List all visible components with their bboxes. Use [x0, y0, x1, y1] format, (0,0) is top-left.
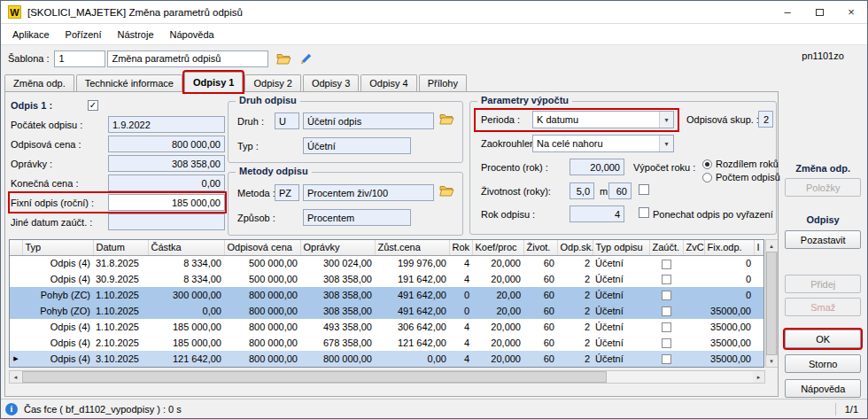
- storno-button[interactable]: Storno: [785, 354, 861, 373]
- radio-rozdilem-roku[interactable]: Rozdílem roků: [702, 159, 779, 169]
- zauct-checkbox[interactable]: [662, 322, 671, 332]
- cell-opravky: 800 000,00: [300, 351, 375, 367]
- cell-rok: 4: [449, 271, 472, 287]
- table-row[interactable]: Odpis (4)1.10.2025185 000,00800 000,0049…: [10, 319, 763, 335]
- zivotnost-field[interactable]: 5,0: [570, 182, 594, 199]
- menu-napoveda[interactable]: Nápověda: [162, 26, 222, 43]
- tab-odpisy-2[interactable]: Odpisy 2: [244, 74, 300, 91]
- column-header-fix_odp[interactable]: Fix.odp.: [704, 240, 754, 255]
- close-button[interactable]: ×: [835, 1, 867, 23]
- rok-odpisu-field[interactable]: 4: [570, 206, 624, 222]
- menu-porizeni[interactable]: Pořízení: [58, 26, 110, 43]
- druh-code-field[interactable]: U: [275, 113, 299, 129]
- column-header-koef[interactable]: Koef/proc: [472, 240, 523, 255]
- cell-odpisova_cena: 800 000,00: [224, 351, 300, 367]
- odpisova-skup-field[interactable]: 2: [758, 111, 773, 128]
- chevron-down-icon[interactable]: ▾: [659, 112, 673, 128]
- zauct-checkbox[interactable]: [662, 338, 671, 348]
- tab-prilohy[interactable]: Přílohy: [419, 74, 467, 91]
- polozky-button[interactable]: Položky: [785, 178, 861, 197]
- zaokrouhleni-combobox[interactable]: Na celé nahoru ▾: [532, 135, 674, 152]
- vertical-scrollbar[interactable]: ▴ ▾: [765, 239, 778, 368]
- metoda-folder-icon[interactable]: [439, 185, 454, 198]
- scroll-right-icon[interactable]: ▸: [753, 371, 764, 383]
- zivotnost-months-field[interactable]: 60: [608, 182, 632, 199]
- minimize-button[interactable]: –: [771, 1, 803, 23]
- jine-datum-field[interactable]: [108, 213, 225, 230]
- table-row[interactable]: Odpis (4)30.9.20258 334,00500 000,00308 …: [10, 271, 763, 287]
- radio-button-off[interactable]: [702, 173, 712, 182]
- odpis1-checkbox[interactable]: ✓: [88, 100, 98, 111]
- sablona-name-field[interactable]: Změna parametrů odpisů: [107, 50, 268, 67]
- scroll-left-icon[interactable]: ◂: [10, 371, 21, 383]
- tab-odpisy-4[interactable]: Odpisy 4: [360, 74, 416, 91]
- konecna-cena-field[interactable]: 0,00: [108, 175, 225, 191]
- column-header-zauct[interactable]: Zaúčt.: [649, 240, 683, 255]
- odpisova-cena-field[interactable]: 800 000,00: [108, 136, 225, 152]
- horizontal-scrollbar[interactable]: ◂ ▸: [9, 370, 765, 384]
- menu-nastroje[interactable]: Nástroje: [110, 26, 162, 43]
- column-header-odp_sk[interactable]: Odp.sk.: [557, 240, 593, 255]
- pocatek-odpisu-field[interactable]: 1.9.2022: [108, 116, 225, 133]
- column-header-zivot[interactable]: Život.: [523, 240, 557, 255]
- zauct-checkbox[interactable]: [662, 260, 671, 269]
- zpusob-field[interactable]: Procentem: [303, 209, 411, 226]
- scroll-down-icon[interactable]: ▾: [766, 355, 778, 367]
- column-header-castka[interactable]: Částka: [148, 240, 224, 255]
- column-header-typ_odpisu[interactable]: Typ odpisu: [593, 240, 649, 255]
- ponechat-checkbox[interactable]: [639, 207, 649, 218]
- scroll-up-icon[interactable]: ▴: [766, 240, 778, 252]
- cell-koef: 20,000: [472, 335, 523, 351]
- cell-odp_sk: 2: [557, 271, 593, 287]
- metoda-value-field[interactable]: Procentem živ/100: [303, 184, 434, 201]
- tab-technicke-informace[interactable]: Technické informace: [76, 74, 182, 91]
- metoda-code-field[interactable]: PZ: [275, 184, 299, 201]
- table-row[interactable]: Pohyb (ZO)1.10.20250,00800 000,00308 358…: [10, 303, 763, 319]
- zauct-checkbox[interactable]: [662, 354, 671, 364]
- table-row[interactable]: Pohyb (ZC)1.10.2025300 000,00800 000,003…: [10, 287, 763, 303]
- table-row[interactable]: Odpis (4)31.8.20258 334,00500 000,00300 …: [10, 255, 763, 271]
- sablona-number-field[interactable]: 1: [54, 50, 105, 67]
- zauct-checkbox[interactable]: [662, 306, 671, 316]
- column-header-rok[interactable]: Rok: [449, 240, 472, 255]
- druh-value-field[interactable]: Účetní odpis: [303, 113, 434, 129]
- tab-odpisy-3[interactable]: Odpisy 3: [303, 74, 359, 91]
- column-header-odpisova_cena[interactable]: Odpisová cena: [224, 240, 300, 255]
- open-folder-icon[interactable]: [276, 53, 291, 65]
- tab-zmena-odp[interactable]: Změna odp.: [4, 74, 74, 91]
- tab-odpisy-1[interactable]: Odpisy 1: [184, 72, 243, 92]
- column-header-typ[interactable]: Typ: [22, 240, 93, 255]
- vscrollbar-thumb[interactable]: [766, 252, 777, 355]
- radio-button-on[interactable]: [702, 159, 712, 169]
- procento-field[interactable]: 20,000: [570, 159, 624, 175]
- column-header-last[interactable]: I: [754, 240, 763, 255]
- druh-folder-icon[interactable]: [439, 113, 454, 127]
- odpisova-skup-label: Odpisová skup. :: [686, 114, 759, 125]
- napoveda-button[interactable]: Nápověda: [785, 379, 861, 398]
- table-row[interactable]: Odpis (4)2.10.2025185 000,00800 000,0067…: [10, 335, 763, 351]
- column-header-datum[interactable]: Datum: [93, 240, 148, 255]
- hscrollbar-thumb[interactable]: [22, 371, 607, 383]
- column-header-zvc[interactable]: ZvC: [683, 240, 704, 255]
- column-header-opravky[interactable]: Oprávky: [300, 240, 375, 255]
- cell-rok: 0: [449, 287, 472, 303]
- fixni-odpis-field[interactable]: 185 000,00: [108, 194, 225, 211]
- pridej-button[interactable]: Přidej: [785, 275, 861, 293]
- opravky-field[interactable]: 308 358,00: [108, 155, 225, 172]
- menu-aplikace[interactable]: Aplikace: [4, 26, 58, 43]
- pozastavit-button[interactable]: Pozastavit: [785, 230, 861, 249]
- table-row[interactable]: ▶Odpis (4)3.10.2025121 642,00800 000,008…: [10, 351, 763, 367]
- zauct-checkbox[interactable]: [662, 275, 671, 284]
- zauct-checkbox[interactable]: [662, 291, 671, 300]
- perioda-combobox[interactable]: K datumu ▾: [532, 111, 674, 128]
- edit-pencil-icon[interactable]: [299, 52, 313, 66]
- zivotnost-checkbox[interactable]: [639, 184, 649, 195]
- radio-poctem-odpisu[interactable]: Počtem odpisů: [702, 172, 780, 182]
- typ-field[interactable]: Účetní: [303, 137, 411, 154]
- pocatek-odpisu-label: Počátek odpisu :: [11, 120, 108, 130]
- column-header-zust_cena[interactable]: Zůst.cena: [375, 240, 449, 255]
- chevron-down-icon[interactable]: ▾: [659, 136, 673, 151]
- ok-button[interactable]: OK: [785, 330, 861, 348]
- smaz-button[interactable]: Smaž: [785, 298, 861, 316]
- maximize-button[interactable]: [803, 1, 835, 23]
